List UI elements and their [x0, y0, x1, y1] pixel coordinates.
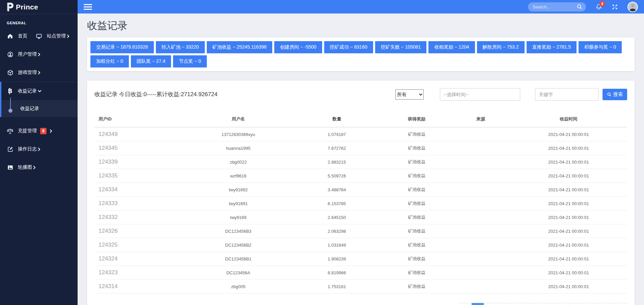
sidebar-item-recharge[interactable]: 充提管理 8 — [0, 122, 78, 140]
brand-name: Prince — [16, 3, 38, 11]
pagination-page-3[interactable]: 3 — [496, 303, 508, 305]
cube-icon — [7, 69, 13, 76]
scale-icon — [7, 128, 13, 134]
user-icon — [7, 51, 13, 58]
col-header-time: 收益时间 — [510, 112, 627, 127]
chevron-right-icon — [38, 71, 40, 75]
user-avatar[interactable] — [627, 2, 638, 12]
sidebar-item-banner[interactable]: 轮播图 — [0, 158, 78, 176]
sidebar-item-label: 用户管理 — [18, 51, 37, 57]
sidebar-item-label: 收益记录 — [18, 88, 37, 94]
table-row: 124332 twy9169 2.645150 矿池收益 2021-04-21 … — [94, 211, 627, 224]
sidebar-item-site[interactable]: 站点管理 — [36, 27, 78, 45]
sidebar-menu: 首页 站点管理 用户管理 — [0, 27, 78, 176]
submenu-dot-icon — [8, 109, 12, 113]
svg-text:B: B — [8, 88, 12, 94]
sidebar-subitem-label: 收益记录 — [20, 106, 39, 112]
search-button[interactable]: 搜索 — [603, 89, 627, 100]
sidebar-group-income: B 收益记录 收益记录 — [0, 82, 78, 117]
table-row: 124314 zbg005 1.753181 矿池收益 2021-04-21 0… — [94, 280, 627, 294]
date-filter-input[interactable] — [440, 88, 520, 101]
topbar: 8 — [78, 0, 644, 13]
col-header-username: 用户名 — [185, 112, 291, 127]
col-header-source: 来源 — [451, 112, 510, 127]
stat-button-transactions[interactable]: 交易记录 − 1879.810326 — [90, 41, 154, 53]
sidebar-item-user[interactable]: 用户管理 — [0, 45, 78, 63]
sidebar-item-home[interactable]: 首页 — [0, 27, 36, 45]
stat-button-rent-reward[interactable]: 收租奖励 − 1204 — [428, 41, 475, 53]
col-header-amount: 数量 — [291, 112, 382, 127]
table-header-row: 用户ID 用户名 数量 获得奖励 来源 收益时间 — [94, 112, 627, 127]
chevron-down-icon — [38, 90, 41, 92]
notifications-button[interactable]: 8 — [595, 3, 602, 10]
topbar-search[interactable] — [528, 2, 586, 11]
stat-button-dissolve-room[interactable]: 解散房间 − 753.2 — [477, 41, 525, 53]
pagination-page-4[interactable]: 4 — [508, 303, 521, 305]
chevron-right-icon — [33, 166, 36, 169]
stat-button-pool-income[interactable]: 矿池收益 − 25245.116398 — [207, 41, 272, 53]
search-input[interactable] — [533, 4, 577, 9]
chevron-right-icon — [67, 34, 69, 38]
table-row: 124324 DC123456B1 1.908239 矿池收益 2021-04-… — [94, 252, 627, 266]
pagination-page-412[interactable]: 412 — [581, 303, 598, 305]
pagination-page-7[interactable]: 7 — [544, 303, 557, 305]
table-row: 124325 DC123456B2 1.031649 矿池收益 2021-04-… — [94, 238, 627, 252]
table-row: 124335 wzf9616 5.509726 矿池收益 2021-04-21 … — [94, 169, 627, 183]
page-title: 收益记录 — [87, 19, 635, 33]
chevron-right-icon — [38, 147, 40, 151]
monitor-icon — [36, 33, 43, 39]
table-row: 124326 DC123456B3 2.063298 矿池收益 2021-04-… — [94, 224, 627, 238]
keyword-filter-input[interactable] — [535, 88, 598, 101]
brand[interactable]: Prince — [0, 0, 78, 14]
sidebar-item-label: 游戏管理 — [18, 70, 37, 76]
search-icon — [607, 92, 612, 97]
sidebar-section-label: GENERAL — [0, 14, 78, 27]
home-icon — [7, 33, 13, 39]
type-filter-select[interactable]: 所有 — [395, 89, 424, 100]
brand-logo-icon — [5, 2, 13, 12]
search-icon[interactable] — [577, 4, 583, 10]
stats-card: 交易记录 − 1879.810326 转入矿池 − 33220 矿池收益 − 2… — [87, 37, 635, 71]
sidebar-item-income[interactable]: B 收益记录 — [1, 82, 78, 100]
stat-button-create-room[interactable]: 创建房间 − -5500 — [274, 41, 322, 53]
table-row: 124339 zbg0022 2.883215 矿池收益 2021-04-21 … — [94, 155, 627, 169]
main-content: 收益记录 交易记录 − 1879.810326 转入矿池 − 33220 矿池收… — [78, 13, 644, 305]
pagination-page-1[interactable]: 1 — [472, 303, 484, 305]
pagination-page-2[interactable]: 2 — [484, 303, 496, 305]
stat-button-team-reward[interactable]: 团队奖 − 27.4 — [131, 55, 171, 67]
stat-button-node-reward[interactable]: 节点奖 − 0 — [173, 55, 207, 67]
fullscreen-button[interactable] — [612, 4, 618, 10]
stat-button-referral-reward[interactable]: 直推奖励 − 2781.5 — [527, 41, 577, 53]
sidebar-item-label: 首页 — [18, 33, 27, 39]
stat-button-mining-success[interactable]: 挖矿成功 − 83160 — [324, 41, 373, 53]
stat-button-mining-fail[interactable]: 挖矿失败 − 105081 — [375, 41, 427, 53]
pagination-page-5[interactable]: 5 — [520, 303, 533, 305]
menu-toggle-icon[interactable] — [84, 4, 92, 10]
stat-button-participation[interactable]: 积极参与奖 − 0 — [579, 41, 622, 53]
pagination-page-413[interactable]: 413 — [598, 303, 615, 305]
chevron-right-icon — [38, 53, 40, 56]
sidebar-item-label: 操作日志 — [18, 146, 37, 152]
pagination-ellipsis: ... — [569, 303, 581, 305]
table-row: 124349 13712830366xyu 1.074187 矿池收益 2021… — [94, 127, 627, 141]
bitcoin-icon: B — [7, 88, 13, 94]
sidebar-item-label: 轮播图 — [18, 164, 32, 170]
search-button-label: 搜索 — [613, 91, 623, 98]
sidebar-subitem-income-records[interactable]: 收益记录 — [1, 100, 78, 117]
submenu-connector-line — [10, 98, 11, 109]
table-row: 124334 twy91692 3.488764 矿池收益 2021-04-21… — [94, 183, 627, 197]
stat-button-to-pool[interactable]: 转入矿池 − 33220 — [156, 41, 205, 53]
recharge-count-badge: 8 — [40, 128, 47, 134]
stat-button-weighted-dividend[interactable]: 加权分红 − 0 — [90, 55, 129, 67]
sidebar-item-logs[interactable]: 操作日志 — [0, 140, 78, 158]
pagination-page-8[interactable]: 8 — [557, 303, 569, 305]
sidebar-item-label: 站点管理 — [47, 33, 66, 39]
pagination-page-6[interactable]: 6 — [532, 303, 545, 305]
sidebar-item-game[interactable]: 游戏管理 — [0, 63, 78, 82]
notification-count-badge: 8 — [599, 1, 605, 7]
pagination-prev[interactable]: « — [459, 303, 472, 305]
col-header-user-id: 用户ID — [94, 112, 185, 127]
records-panel: 收益记录 今日收益:0-----累计收益:27124.926724 所有 搜索 — [87, 81, 635, 305]
chevron-right-icon — [50, 129, 52, 133]
pagination-next[interactable]: » — [615, 303, 627, 305]
